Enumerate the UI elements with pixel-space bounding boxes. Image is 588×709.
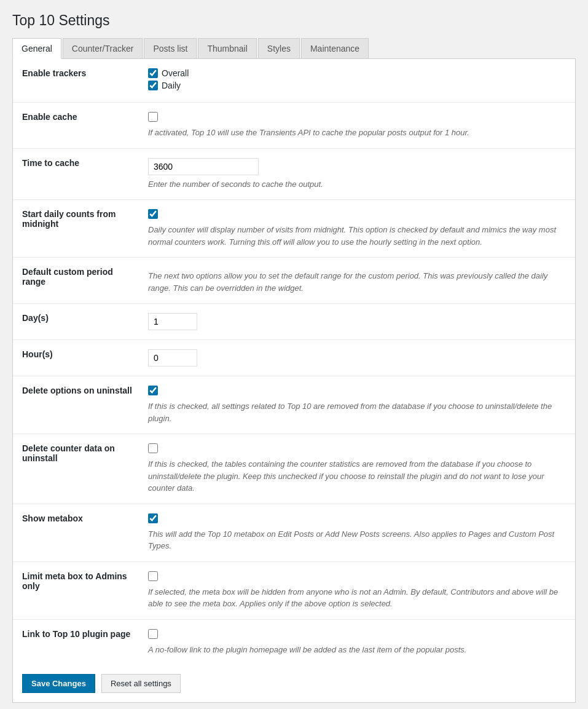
daily-checkbox[interactable]	[148, 81, 158, 90]
row-enable-cache: Enable cache If activated, Top 10 will u…	[13, 103, 575, 149]
row-enable-trackers: Enable trackers Overall Daily	[13, 59, 575, 103]
label-enable-trackers: Enable trackers	[13, 59, 142, 103]
reset-button[interactable]: Reset all settings	[101, 674, 181, 693]
tab-maintenance[interactable]: Maintenance	[301, 38, 369, 58]
tab-posts-list[interactable]: Posts list	[144, 38, 197, 58]
limit-metabox-description: If selected, the meta box will be hidden…	[148, 586, 569, 610]
row-delete-counter-data: Delete counter data on uninstall If this…	[13, 434, 575, 504]
label-time-to-cache: Time to cache	[13, 148, 142, 200]
row-link-plugin-page: Link to Top 10 plugin page A no-follow l…	[13, 619, 575, 665]
hours-input[interactable]	[148, 349, 197, 366]
row-time-to-cache: Time to cache Enter the number of second…	[13, 148, 575, 200]
field-start-daily-counts: Daily counter will display number of vis…	[142, 200, 575, 258]
row-show-metabox: Show metabox This will add the Top 10 me…	[13, 504, 575, 561]
overall-label: Overall	[162, 68, 189, 78]
delete-options-description: If this is checked, all settings related…	[148, 400, 569, 424]
row-days: Day(s)	[13, 304, 575, 340]
tab-thumbnail[interactable]: Thumbnail	[198, 38, 256, 58]
link-plugin-description: A no-follow link to the plugin homepage …	[148, 644, 569, 656]
default-custom-period-description: The next two options allow you to set th…	[148, 270, 569, 294]
time-to-cache-input[interactable]	[148, 158, 259, 175]
field-enable-cache: If activated, Top 10 will use the Transi…	[142, 103, 575, 149]
save-button[interactable]: Save Changes	[22, 674, 95, 693]
label-delete-options-uninstall: Delete options on uninstall	[13, 376, 142, 434]
label-enable-cache: Enable cache	[13, 103, 142, 149]
field-show-metabox: This will add the Top 10 metabox on Edit…	[142, 504, 575, 561]
row-limit-metabox-admins: Limit meta box to Admins only If selecte…	[13, 561, 575, 619]
overall-checkbox-row: Overall	[148, 68, 569, 78]
field-limit-metabox-admins: If selected, the meta box will be hidden…	[142, 561, 575, 619]
field-default-custom-period: The next two options allow you to set th…	[142, 258, 575, 304]
field-delete-options-uninstall: If this is checked, all settings related…	[142, 376, 575, 434]
row-hours: Hour(s)	[13, 340, 575, 376]
delete-counter-checkbox[interactable]	[148, 443, 158, 453]
show-metabox-checkbox[interactable]	[148, 513, 158, 523]
tab-styles[interactable]: Styles	[258, 38, 300, 58]
delete-counter-description: If this is checked, the tables containin…	[148, 458, 569, 494]
tab-counter-tracker[interactable]: Counter/Tracker	[63, 38, 143, 58]
enable-cache-checkbox[interactable]	[148, 112, 158, 122]
label-link-plugin-page: Link to Top 10 plugin page	[13, 619, 142, 665]
enable-cache-description: If activated, Top 10 will use the Transi…	[148, 127, 569, 139]
row-default-custom-period: Default custom period range The next two…	[13, 258, 575, 304]
limit-metabox-checkbox[interactable]	[148, 571, 158, 581]
label-days: Day(s)	[13, 304, 142, 340]
delete-options-checkbox[interactable]	[148, 386, 158, 395]
days-input[interactable]	[148, 313, 197, 330]
tab-general[interactable]: General	[12, 38, 61, 59]
page-title: Top 10 Settings	[12, 12, 576, 29]
save-bar: Save Changes Reset all settings	[13, 665, 575, 702]
row-start-daily-counts: Start daily counts from midnight Daily c…	[13, 200, 575, 258]
time-to-cache-description: Enter the number of seconds to cache the…	[148, 178, 569, 191]
label-show-metabox: Show metabox	[13, 504, 142, 561]
row-delete-options-uninstall: Delete options on uninstall If this is c…	[13, 376, 575, 434]
label-hours: Hour(s)	[13, 340, 142, 376]
field-enable-trackers: Overall Daily	[142, 59, 575, 103]
start-daily-checkbox[interactable]	[148, 209, 158, 219]
field-hours	[142, 340, 575, 376]
settings-form: Enable trackers Overall Daily Enable cac…	[12, 59, 576, 703]
field-days	[142, 304, 575, 340]
field-link-plugin-page: A no-follow link to the plugin homepage …	[142, 619, 575, 665]
daily-checkbox-row: Daily	[148, 81, 569, 90]
overall-checkbox[interactable]	[148, 68, 158, 78]
field-delete-counter-data: If this is checked, the tables containin…	[142, 434, 575, 504]
start-daily-description: Daily counter will display number of vis…	[148, 224, 569, 248]
tabs-bar: General Counter/Tracker Posts list Thumb…	[12, 38, 576, 59]
settings-table: Enable trackers Overall Daily Enable cac…	[13, 59, 575, 665]
field-time-to-cache: Enter the number of seconds to cache the…	[142, 148, 575, 200]
link-plugin-checkbox[interactable]	[148, 629, 158, 639]
label-default-custom-period: Default custom period range	[13, 258, 142, 304]
label-start-daily-counts: Start daily counts from midnight	[13, 200, 142, 258]
daily-label: Daily	[162, 81, 181, 90]
label-delete-counter-data: Delete counter data on uninstall	[13, 434, 142, 504]
show-metabox-description: This will add the Top 10 metabox on Edit…	[148, 528, 569, 552]
label-limit-metabox-admins: Limit meta box to Admins only	[13, 561, 142, 619]
